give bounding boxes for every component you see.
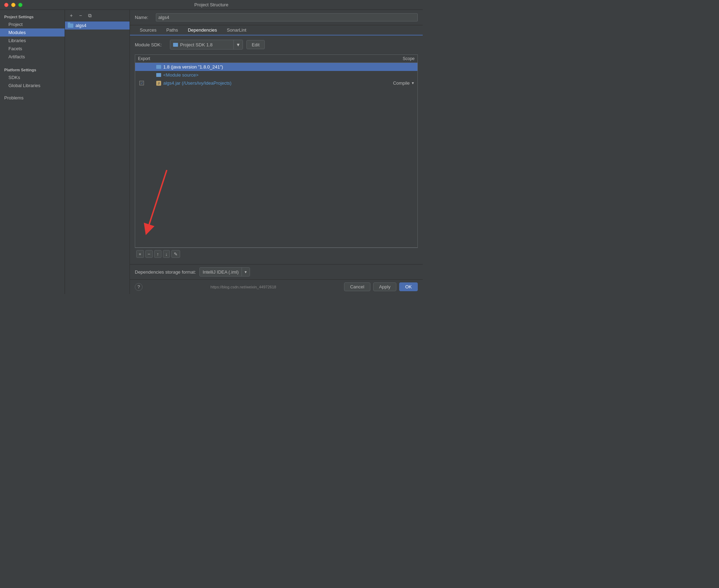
dep-name: algs4.jar (/Users/ivy/IdeaProjects) — [163, 80, 231, 86]
sidebar-item-label: Problems — [4, 95, 24, 100]
sidebar-item-project[interactable]: Project — [0, 20, 65, 28]
module-folder-icon — [68, 24, 73, 28]
storage-select-arrow[interactable]: ▼ — [242, 268, 250, 276]
tab-dependencies[interactable]: Dependencies — [183, 25, 222, 35]
help-button[interactable]: ? — [135, 283, 143, 291]
table-body: 1.8 (java version "1.8.0_241") <Module s… — [135, 63, 417, 247]
name-row: Name: — [130, 10, 423, 25]
sdk-row: Module SDK: Project SDK 1.8 ▼ Edit — [135, 40, 418, 50]
name-label: Name: — [135, 15, 152, 20]
sidebar-divider2 — [0, 90, 65, 94]
col-name — [156, 56, 382, 61]
right-panel: Name: Sources Paths Dependencies SonarLi… — [130, 10, 423, 294]
sidebar: Project Settings Project Modules Librari… — [0, 10, 65, 294]
title-bar: Project Structure — [0, 0, 423, 10]
sidebar-item-sdks[interactable]: SDKs — [0, 73, 65, 81]
sidebar-item-facets[interactable]: Facets — [0, 45, 65, 53]
table-row[interactable]: <Module source> — [135, 71, 417, 79]
sdk-dropdown[interactable]: Project SDK 1.8 ▼ — [170, 40, 243, 50]
sidebar-item-libraries[interactable]: Libraries — [0, 37, 65, 45]
apply-button[interactable]: Apply — [373, 282, 397, 291]
name-cell: J algs4.jar (/Users/ivy/IdeaProjects) — [156, 80, 382, 86]
sidebar-item-label: Libraries — [8, 38, 26, 43]
tab-sonarlint[interactable]: SonarLint — [222, 25, 251, 35]
table-row[interactable]: J algs4.jar (/Users/ivy/IdeaProjects) Co… — [135, 79, 417, 87]
copy-module-button[interactable]: ⧉ — [86, 12, 94, 19]
name-cell: <Module source> — [156, 72, 382, 78]
sidebar-item-problems[interactable]: Problems — [0, 94, 65, 102]
scope-dropdown-arrow[interactable]: ▼ — [411, 81, 415, 85]
sdk-label: Module SDK: — [135, 42, 166, 47]
dep-jar-icon: J — [156, 81, 161, 86]
minimize-button[interactable] — [11, 3, 15, 7]
move-down-button[interactable]: ↓ — [163, 250, 170, 258]
project-settings-header: Project Settings — [0, 13, 65, 20]
dep-scope: Compile — [393, 80, 410, 86]
footer: ? https://blog.csdn.net/weixin_44972618 … — [130, 279, 423, 294]
tab-paths[interactable]: Paths — [161, 25, 183, 35]
add-module-button[interactable]: + — [68, 12, 75, 19]
col-export: Export — [135, 56, 156, 61]
window-controls — [4, 3, 22, 7]
dep-folder-icon — [156, 73, 161, 77]
sidebar-item-artifacts[interactable]: Artifacts — [0, 53, 65, 61]
col-scope: Scope — [382, 56, 417, 61]
sidebar-divider — [0, 61, 65, 65]
name-input[interactable] — [156, 13, 418, 21]
window-title: Project Structure — [194, 2, 229, 7]
sidebar-item-label: Project — [8, 22, 22, 27]
dep-name: 1.8 (java version "1.8.0_241") — [163, 64, 223, 70]
footer-buttons: Cancel Apply OK — [344, 282, 418, 291]
tabs-bar: Sources Paths Dependencies SonarLint — [130, 25, 423, 35]
export-checkbox[interactable] — [139, 81, 144, 85]
dep-folder-icon — [156, 65, 161, 69]
sdk-dropdown-main: Project SDK 1.8 — [170, 40, 233, 49]
remove-module-button[interactable]: − — [77, 12, 84, 19]
scope-cell: Compile ▼ — [382, 80, 417, 86]
sdk-dropdown-arrow[interactable]: ▼ — [233, 40, 243, 49]
sdk-value: Project SDK 1.8 — [180, 42, 213, 47]
tab-sources[interactable]: Sources — [135, 25, 161, 35]
sidebar-item-label: Global Libraries — [8, 83, 40, 88]
footer-link: https://blog.csdn.net/weixin_44972618 — [211, 285, 276, 289]
sidebar-item-global-libraries[interactable]: Global Libraries — [0, 81, 65, 90]
sidebar-item-label: SDKs — [8, 75, 20, 80]
move-up-button[interactable]: ↑ — [154, 250, 161, 258]
dep-name: <Module source> — [163, 72, 198, 78]
deps-bottom-toolbar: + − ↑ ↓ ✎ — [135, 248, 418, 260]
sdk-folder-icon — [173, 43, 178, 47]
remove-dep-button[interactable]: − — [145, 250, 153, 258]
dependencies-content: Module SDK: Project SDK 1.8 ▼ Edit Expor… — [130, 35, 423, 264]
module-list-item[interactable]: algs4 — [65, 21, 130, 30]
table-header: Export Scope — [135, 55, 417, 63]
storage-label: Dependencies storage format: — [135, 269, 196, 275]
edit-dep-button[interactable]: ✎ — [171, 250, 180, 258]
ok-button[interactable]: OK — [399, 282, 418, 291]
export-cell[interactable] — [135, 81, 156, 85]
platform-settings-header: Platform Settings — [0, 65, 65, 73]
dependencies-table: Export Scope 1.8 (java version "1.8.0_24… — [135, 54, 418, 248]
storage-row: Dependencies storage format: IntelliJ ID… — [130, 264, 423, 279]
close-button[interactable] — [4, 3, 8, 7]
storage-select[interactable]: IntelliJ IDEA (.iml) ▼ — [199, 267, 250, 276]
add-dep-button[interactable]: + — [136, 250, 144, 258]
sidebar-item-label: Artifacts — [8, 54, 25, 59]
module-toolbar: + − ⧉ — [65, 10, 130, 21]
module-name: algs4 — [75, 23, 86, 28]
module-panel: + − ⧉ algs4 — [65, 10, 130, 294]
module-list: algs4 — [65, 21, 130, 294]
storage-select-value: IntelliJ IDEA (.iml) — [200, 268, 242, 276]
sidebar-item-modules[interactable]: Modules — [0, 28, 65, 37]
sidebar-item-label: Modules — [8, 30, 26, 35]
cancel-button[interactable]: Cancel — [344, 282, 370, 291]
name-cell: 1.8 (java version "1.8.0_241") — [156, 64, 382, 70]
edit-sdk-button[interactable]: Edit — [246, 40, 265, 49]
maximize-button[interactable] — [18, 3, 22, 7]
table-row[interactable]: 1.8 (java version "1.8.0_241") — [135, 63, 417, 71]
main-layout: Project Settings Project Modules Librari… — [0, 10, 423, 294]
sidebar-item-label: Facets — [8, 46, 22, 51]
